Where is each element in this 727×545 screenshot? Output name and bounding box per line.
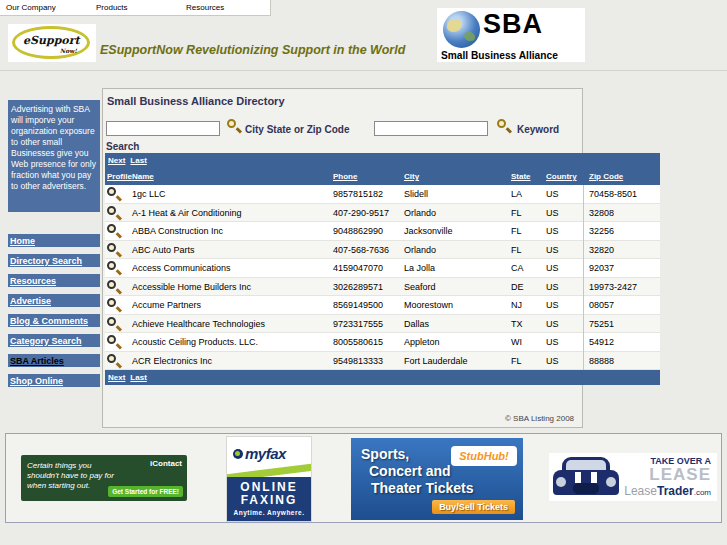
sidebar-item-directory-search[interactable]: Directory Search [8,254,100,267]
cell-city: Moorestown [404,300,453,310]
sidebar-item-shop-online[interactable]: Shop Online [8,374,100,387]
icontact-ad-banner[interactable]: Certain things you shouldn't have to pay… [21,455,187,501]
next-link[interactable]: Next [108,156,125,165]
magnifier-icon[interactable] [107,224,121,238]
magnifier-icon[interactable] [107,298,121,312]
leasetrader-brand: LeaseTrader.com [624,484,711,498]
magnifier-icon[interactable] [107,280,121,294]
cell-zip: 70458-8501 [589,189,637,199]
search-icon[interactable] [497,119,512,134]
column-header-name[interactable]: Name [132,172,154,181]
column-header-zip[interactable]: Zip Code [589,172,623,181]
profile-link-cell[interactable] [107,298,121,314]
magnifier-icon[interactable] [107,354,121,368]
sba-acronym: SBA [483,9,543,40]
top-menu-item-resources[interactable]: Resources [180,3,270,12]
cell-phone: 3026289571 [333,282,383,292]
sidebar-item-label[interactable]: Resources [8,276,56,286]
magnifier-icon[interactable] [107,335,121,349]
site-tagline: ESupportNow Revelutionizing Support in t… [100,43,405,57]
profile-link-cell[interactable] [107,261,121,277]
table-row: Accume Partners8569149500MoorestownNJUS0… [105,296,660,315]
cell-state: FL [511,356,522,366]
myfax-icon [233,449,243,459]
sidebar-item-home[interactable]: Home [8,234,100,247]
myfax-logo: myfax [233,445,286,462]
cell-country: US [546,208,559,218]
column-header-country[interactable]: Country [546,172,577,181]
myfax-ad-banner[interactable]: myfax ONLINE FAXING Anytime. Anywhere. [226,436,312,522]
profile-link-cell[interactable] [107,224,121,240]
sidebar-item-advertise[interactable]: Advertise [8,294,100,307]
icontact-get-started-button[interactable]: Get Started for FREE! [108,486,183,497]
sidebar-item-label[interactable]: SBA Articles [8,356,64,366]
header-divider [0,70,727,71]
profile-link-cell[interactable] [107,354,121,370]
profile-link-cell[interactable] [107,206,121,222]
sidebar-item-blog-comments[interactable]: Blog & Comments [8,314,100,327]
sidebar-item-label[interactable]: Advertise [8,296,51,306]
cell-phone: 407-568-7636 [333,245,389,255]
table-body: 1gc LLC9857815182SlidellLAUS70458-8501A-… [105,185,660,370]
cell-state: CA [511,263,524,273]
profile-link-cell[interactable] [107,187,121,203]
city-state-zip-input[interactable] [106,121,220,136]
cell-phone: 8005580615 [333,337,383,347]
table-row: ACR Electronics Inc9549813333Fort Lauder… [105,352,660,371]
column-header-city[interactable]: City [404,172,419,181]
top-menu-item-our-company[interactable]: Our Company [0,3,90,12]
stubhub-ad-line1: Sports, [361,446,409,462]
sidebar-item-category-search[interactable]: Category Search [8,334,100,347]
column-header-state[interactable]: State [511,172,531,181]
sidebar-item-label[interactable]: Shop Online [8,376,63,386]
cell-name: ABBA Construction Inc [132,226,223,236]
cell-city: La Jolla [404,263,435,273]
stubhub-ad-line2: Concert and [369,463,451,479]
top-menu-item-products[interactable]: Products [90,3,180,12]
sidebar-item-resources[interactable]: Resources [8,274,100,287]
search-icon[interactable] [227,119,242,134]
cell-zip: 08057 [589,300,614,310]
sidebar-item-label[interactable]: Blog & Comments [8,316,88,326]
icontact-ad-text: Certain things you shouldn't have to pay… [27,461,114,491]
stubhub-buy-sell-button[interactable]: Buy/Sell Tickets [432,500,515,514]
leasetrader-ad-banner[interactable]: TAKE OVER A LEASE LeaseTrader.com [549,453,717,501]
profile-link-cell[interactable] [107,317,121,333]
cell-phone: 407-290-9517 [333,208,389,218]
cell-state: NJ [511,300,522,310]
keyword-input[interactable] [374,121,488,136]
profile-link-cell[interactable] [107,243,121,259]
column-header-phone[interactable]: Phone [333,172,357,181]
cell-zip: 92037 [589,263,614,273]
cell-country: US [546,319,559,329]
sidebar-item-label[interactable]: Directory Search [8,256,82,266]
cell-country: US [546,300,559,310]
cell-phone: 9048862990 [333,226,383,236]
table-row: Acoustic Ceiling Products. LLC.800558061… [105,333,660,352]
sba-logo[interactable]: SBA Small Business Alliance [437,8,585,62]
magnifier-icon[interactable] [107,317,121,331]
cell-city: Appleton [404,337,440,347]
last-link[interactable]: Last [130,156,146,165]
table-row: Access Communications4159047070La JollaC… [105,259,660,278]
cell-name: A-1 Heat & Air Conditioning [132,208,242,218]
magnifier-icon[interactable] [107,243,121,257]
table-row: Accessible Home Builders Inc3026289571Se… [105,278,660,297]
next-link[interactable]: Next [108,373,125,382]
column-header-profile[interactable]: Profile [107,172,132,181]
magnifier-icon[interactable] [107,206,121,220]
last-link[interactable]: Last [130,373,146,382]
stubhub-logo-bubble: StubHub! [451,446,517,466]
esupportnow-logo[interactable]: eSupport Now! [8,24,96,62]
sidebar-item-sba-articles[interactable]: SBA Articles [8,354,100,367]
table-row: ABBA Construction Inc9048862990Jacksonvi… [105,222,660,241]
stubhub-ad-banner[interactable]: Sports, Concert and Theater Tickets Stub… [351,438,523,520]
magnifier-icon[interactable] [107,187,121,201]
profile-link-cell[interactable] [107,335,121,351]
cell-city: Dallas [404,319,429,329]
profile-link-cell[interactable] [107,280,121,296]
magnifier-icon[interactable] [107,261,121,275]
sidebar-item-label[interactable]: Category Search [8,336,82,346]
sidebar-item-label[interactable]: Home [8,236,35,246]
cell-zip: 32808 [589,208,614,218]
